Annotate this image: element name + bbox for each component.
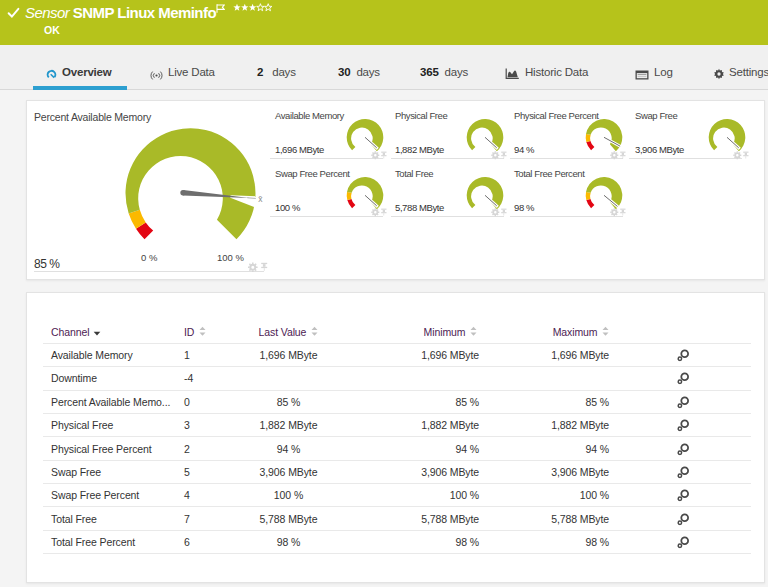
svg-text:x̄: x̄ [258, 194, 263, 204]
